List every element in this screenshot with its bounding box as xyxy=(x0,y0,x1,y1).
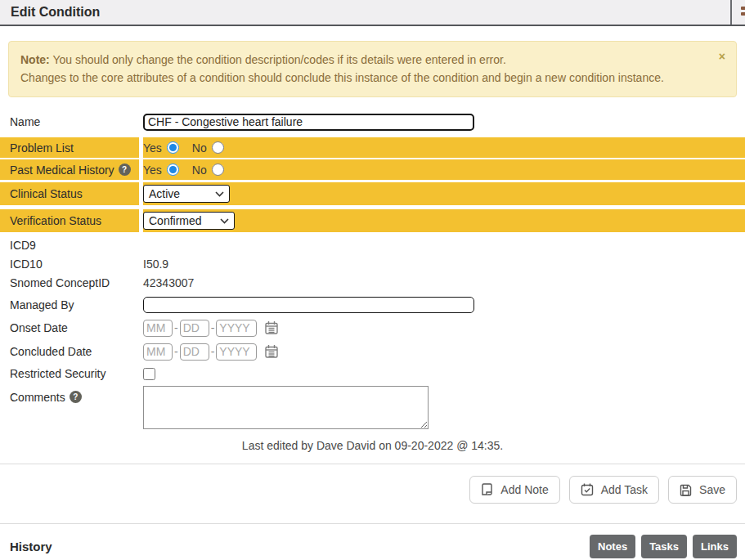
icd10-row: ICD10 I50.9 xyxy=(0,255,745,272)
comments-row: Comments ? xyxy=(0,386,745,429)
clinical-status-select[interactable]: Active xyxy=(143,185,230,203)
date-dash: - xyxy=(211,345,215,358)
history-section: History Notes Tasks Links xyxy=(0,524,745,558)
onset-date-label: Onset Date xyxy=(0,317,139,338)
warning-line-1: Note: You should only change the conditi… xyxy=(20,51,666,69)
close-icon[interactable]: × xyxy=(719,51,725,62)
verification-status-select[interactable]: Confirmed xyxy=(143,212,235,230)
pmh-yes-radio[interactable] xyxy=(167,164,179,176)
concluded-yyyy-input[interactable] xyxy=(216,343,257,361)
warning-line-2: Changes to the core attributes of a cond… xyxy=(20,69,666,87)
date-dash: - xyxy=(211,321,215,334)
past-medical-history-row: Past Medical History ? Yes No xyxy=(0,159,745,180)
icd10-label: ICD10 xyxy=(0,255,139,272)
restricted-security-checkbox[interactable] xyxy=(143,368,155,380)
problem-list-row: Problem List Yes No xyxy=(0,137,745,158)
notes-button[interactable]: Notes xyxy=(590,535,635,558)
concluded-dd-input[interactable] xyxy=(180,343,209,361)
date-dash: - xyxy=(174,345,178,358)
name-row: Name xyxy=(0,110,745,133)
save-icon xyxy=(680,484,692,496)
managed-by-input[interactable] xyxy=(143,297,474,313)
warning-note: Note: You should only change the conditi… xyxy=(8,41,737,97)
onset-mm-input[interactable] xyxy=(143,320,173,337)
last-edited-text: Last edited by Dave David on 09-20-2022 … xyxy=(0,439,745,452)
calendar-icon[interactable] xyxy=(264,320,279,335)
pmh-yes-label: Yes xyxy=(143,164,162,177)
problem-list-no-radio[interactable] xyxy=(212,141,224,154)
past-medical-history-label: Past Medical History xyxy=(10,164,114,177)
save-button[interactable]: Save xyxy=(668,476,737,504)
icd10-value: I50.9 xyxy=(143,255,745,272)
snomed-value: 42343007 xyxy=(143,274,745,291)
note-icon xyxy=(481,483,493,496)
icd9-label: ICD9 xyxy=(0,236,139,253)
menu-icon[interactable] xyxy=(741,7,745,18)
calendar-check-icon xyxy=(581,483,594,496)
snomed-label: Snomed ConceptID xyxy=(0,274,139,291)
action-buttons: Add Note Add Task Save xyxy=(0,464,745,510)
pmh-no-label: No xyxy=(192,164,207,177)
links-button[interactable]: Links xyxy=(693,535,737,558)
onset-yyyy-input[interactable] xyxy=(216,320,257,337)
snomed-row: Snomed ConceptID 42343007 xyxy=(0,274,745,291)
problem-list-no-label: No xyxy=(192,141,207,155)
onset-date-row: Onset Date - - xyxy=(0,317,745,338)
problem-list-yes-radio[interactable] xyxy=(167,141,179,154)
restricted-security-label: Restricted Security xyxy=(0,365,139,383)
icd9-row: ICD9 xyxy=(0,236,745,253)
pmh-no-radio[interactable] xyxy=(212,164,224,176)
verification-status-label: Verification Status xyxy=(0,209,139,232)
edit-condition-form: Name Problem List Yes No Past Medical Hi… xyxy=(0,110,745,452)
verification-status-row: Verification Status Confirmed xyxy=(0,209,745,232)
comments-textarea[interactable] xyxy=(143,386,429,429)
add-task-button[interactable]: Add Task xyxy=(569,476,659,504)
managed-by-label: Managed By xyxy=(0,295,139,315)
clinical-status-label: Clinical Status xyxy=(0,182,139,205)
problem-list-yes-label: Yes xyxy=(143,141,162,155)
page-title: Edit Condition xyxy=(0,5,730,20)
add-note-button[interactable]: Add Note xyxy=(469,476,559,504)
header-right-panel xyxy=(732,0,745,25)
name-label: Name xyxy=(0,110,139,133)
chevron-down-icon xyxy=(220,218,229,224)
managed-by-row: Managed By xyxy=(0,295,745,315)
clinical-status-row: Clinical Status Active xyxy=(0,182,745,205)
name-input[interactable] xyxy=(143,114,474,131)
question-icon[interactable]: ? xyxy=(119,164,131,176)
concluded-date-label: Concluded Date xyxy=(0,341,139,362)
concluded-mm-input[interactable] xyxy=(143,343,173,361)
question-icon[interactable]: ? xyxy=(70,391,82,403)
tasks-button[interactable]: Tasks xyxy=(641,535,687,558)
calendar-icon[interactable] xyxy=(264,344,279,359)
titlebar: Edit Condition xyxy=(0,0,745,26)
restricted-security-row: Restricted Security xyxy=(0,365,745,383)
onset-dd-input[interactable] xyxy=(180,320,209,337)
date-dash: - xyxy=(174,321,178,334)
chevron-down-icon xyxy=(215,191,224,197)
problem-list-label: Problem List xyxy=(0,137,139,158)
concluded-date-row: Concluded Date - - xyxy=(0,341,745,362)
history-title: History xyxy=(10,540,52,553)
icd9-value xyxy=(143,236,745,253)
note-label: Note: xyxy=(20,53,50,66)
comments-label: Comments xyxy=(10,391,65,404)
